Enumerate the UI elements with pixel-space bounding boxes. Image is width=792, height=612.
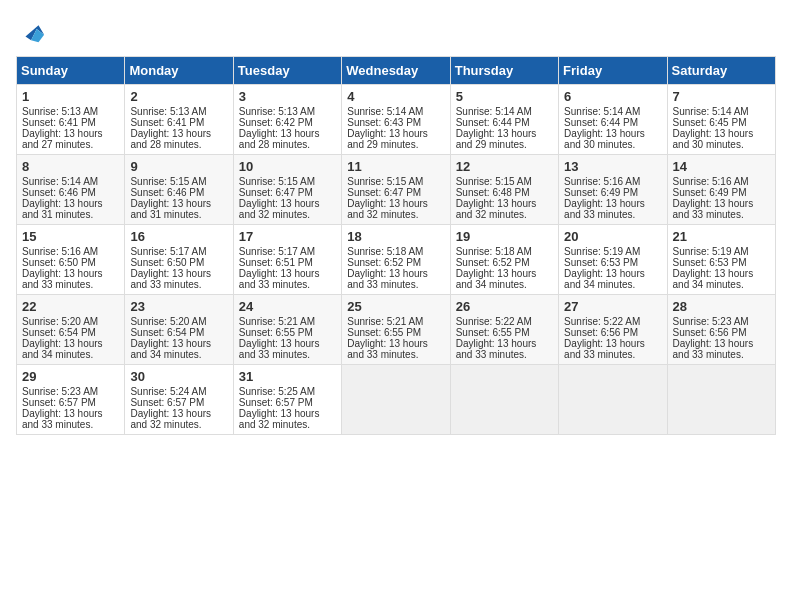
daylight-minutes: and 34 minutes. [22,349,93,360]
daylight-text: Daylight: 13 hours [130,128,211,139]
calendar-cell-29: 29 Sunrise: 5:23 AM Sunset: 6:57 PM Dayl… [17,365,125,435]
sunrise-text: Sunrise: 5:18 AM [347,246,423,257]
daylight-text: Daylight: 13 hours [673,128,754,139]
calendar-cell-17: 17 Sunrise: 5:17 AM Sunset: 6:51 PM Dayl… [233,225,341,295]
day-number: 10 [239,159,336,174]
day-number: 2 [130,89,227,104]
sunset-text: Sunset: 6:53 PM [673,257,747,268]
daylight-minutes: and 32 minutes. [239,419,310,430]
day-number: 23 [130,299,227,314]
sunrise-text: Sunrise: 5:21 AM [239,316,315,327]
sunset-text: Sunset: 6:41 PM [130,117,204,128]
daylight-text: Daylight: 13 hours [673,198,754,209]
daylight-minutes: and 27 minutes. [22,139,93,150]
calendar-cell-24: 24 Sunrise: 5:21 AM Sunset: 6:55 PM Dayl… [233,295,341,365]
daylight-text: Daylight: 13 hours [347,268,428,279]
day-number: 8 [22,159,119,174]
sunset-text: Sunset: 6:47 PM [347,187,421,198]
daylight-text: Daylight: 13 hours [22,198,103,209]
sunrise-text: Sunrise: 5:16 AM [22,246,98,257]
day-number: 9 [130,159,227,174]
daylight-minutes: and 30 minutes. [564,139,635,150]
day-number: 1 [22,89,119,104]
sunrise-text: Sunrise: 5:13 AM [239,106,315,117]
calendar-cell-15: 15 Sunrise: 5:16 AM Sunset: 6:50 PM Dayl… [17,225,125,295]
day-number: 5 [456,89,553,104]
day-number: 22 [22,299,119,314]
calendar-cell-12: 12 Sunrise: 5:15 AM Sunset: 6:48 PM Dayl… [450,155,558,225]
calendar-cell-empty [559,365,667,435]
day-number: 4 [347,89,444,104]
daylight-minutes: and 32 minutes. [347,209,418,220]
day-number: 17 [239,229,336,244]
daylight-text: Daylight: 13 hours [22,268,103,279]
header-row: SundayMondayTuesdayWednesdayThursdayFrid… [17,57,776,85]
daylight-minutes: and 34 minutes. [564,279,635,290]
calendar-cell-20: 20 Sunrise: 5:19 AM Sunset: 6:53 PM Dayl… [559,225,667,295]
sunset-text: Sunset: 6:55 PM [239,327,313,338]
daylight-minutes: and 28 minutes. [130,139,201,150]
column-header-wednesday: Wednesday [342,57,450,85]
daylight-text: Daylight: 13 hours [564,128,645,139]
daylight-minutes: and 33 minutes. [564,349,635,360]
day-number: 15 [22,229,119,244]
daylight-text: Daylight: 13 hours [239,408,320,419]
sunset-text: Sunset: 6:46 PM [130,187,204,198]
sunrise-text: Sunrise: 5:20 AM [130,316,206,327]
calendar-cell-empty [342,365,450,435]
day-number: 20 [564,229,661,244]
calendar-week-3: 15 Sunrise: 5:16 AM Sunset: 6:50 PM Dayl… [17,225,776,295]
sunset-text: Sunset: 6:46 PM [22,187,96,198]
sunset-text: Sunset: 6:54 PM [130,327,204,338]
day-number: 7 [673,89,770,104]
daylight-minutes: and 28 minutes. [239,139,310,150]
day-number: 19 [456,229,553,244]
day-number: 18 [347,229,444,244]
column-header-tuesday: Tuesday [233,57,341,85]
sunrise-text: Sunrise: 5:22 AM [456,316,532,327]
sunrise-text: Sunrise: 5:24 AM [130,386,206,397]
calendar-cell-10: 10 Sunrise: 5:15 AM Sunset: 6:47 PM Dayl… [233,155,341,225]
calendar-cell-16: 16 Sunrise: 5:17 AM Sunset: 6:50 PM Dayl… [125,225,233,295]
daylight-minutes: and 29 minutes. [347,139,418,150]
calendar-cell-31: 31 Sunrise: 5:25 AM Sunset: 6:57 PM Dayl… [233,365,341,435]
day-number: 27 [564,299,661,314]
sunrise-text: Sunrise: 5:22 AM [564,316,640,327]
daylight-text: Daylight: 13 hours [456,198,537,209]
daylight-text: Daylight: 13 hours [456,268,537,279]
calendar-cell-7: 7 Sunrise: 5:14 AM Sunset: 6:45 PM Dayli… [667,85,775,155]
sunrise-text: Sunrise: 5:17 AM [239,246,315,257]
sunset-text: Sunset: 6:56 PM [673,327,747,338]
daylight-minutes: and 33 minutes. [456,349,527,360]
calendar-cell-9: 9 Sunrise: 5:15 AM Sunset: 6:46 PM Dayli… [125,155,233,225]
daylight-minutes: and 34 minutes. [673,279,744,290]
daylight-text: Daylight: 13 hours [347,198,428,209]
daylight-minutes: and 33 minutes. [22,279,93,290]
daylight-minutes: and 33 minutes. [347,349,418,360]
daylight-text: Daylight: 13 hours [564,338,645,349]
sunrise-text: Sunrise: 5:15 AM [130,176,206,187]
calendar-week-4: 22 Sunrise: 5:20 AM Sunset: 6:54 PM Dayl… [17,295,776,365]
day-number: 3 [239,89,336,104]
sunrise-text: Sunrise: 5:16 AM [564,176,640,187]
sunset-text: Sunset: 6:56 PM [564,327,638,338]
daylight-minutes: and 32 minutes. [239,209,310,220]
daylight-text: Daylight: 13 hours [239,198,320,209]
sunset-text: Sunset: 6:50 PM [22,257,96,268]
sunrise-text: Sunrise: 5:20 AM [22,316,98,327]
daylight-minutes: and 29 minutes. [456,139,527,150]
daylight-minutes: and 33 minutes. [673,209,744,220]
column-header-friday: Friday [559,57,667,85]
calendar-cell-6: 6 Sunrise: 5:14 AM Sunset: 6:44 PM Dayli… [559,85,667,155]
day-number: 25 [347,299,444,314]
daylight-text: Daylight: 13 hours [130,198,211,209]
day-number: 13 [564,159,661,174]
logo-icon [18,16,46,44]
sunset-text: Sunset: 6:43 PM [347,117,421,128]
calendar-cell-5: 5 Sunrise: 5:14 AM Sunset: 6:44 PM Dayli… [450,85,558,155]
day-number: 21 [673,229,770,244]
daylight-text: Daylight: 13 hours [130,338,211,349]
sunset-text: Sunset: 6:49 PM [673,187,747,198]
calendar-week-1: 1 Sunrise: 5:13 AM Sunset: 6:41 PM Dayli… [17,85,776,155]
sunset-text: Sunset: 6:51 PM [239,257,313,268]
